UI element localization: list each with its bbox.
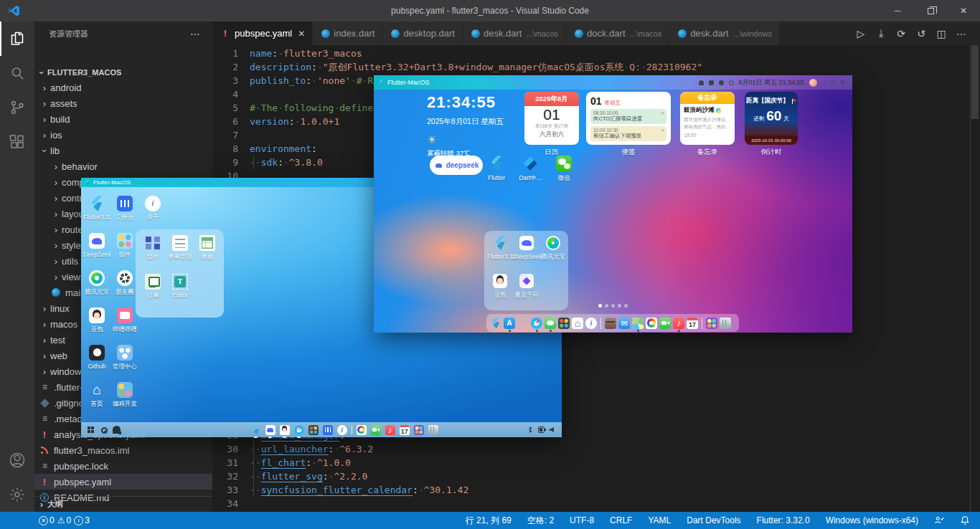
tree-item-lib[interactable]: ›lib (34, 143, 212, 158)
form-icon[interactable] (172, 235, 188, 251)
taskbar-app-info[interactable] (337, 425, 347, 435)
taskbar-search-dark-icon[interactable] (100, 426, 108, 434)
dock-app-home[interactable] (572, 318, 583, 329)
app-icon-wechat[interactable]: 微信 (548, 156, 580, 183)
folder-app-table[interactable]: 表格 (194, 235, 220, 262)
dock-app-mail[interactable] (618, 318, 630, 329)
calendar-widget[interactable]: 2025年8月 01 第186天 第27周 六月初六 (524, 92, 579, 145)
folder-mini-icon[interactable] (117, 233, 133, 249)
mail-icon[interactable] (618, 318, 630, 329)
run-button[interactable]: ▷ (851, 28, 871, 39)
activity-search[interactable] (0, 56, 34, 90)
dock-app-wallet[interactable] (605, 318, 616, 329)
editor-scrollbar[interactable] (970, 45, 980, 512)
info-icon[interactable] (337, 425, 347, 435)
pin-icon[interactable] (719, 80, 724, 85)
taskbar-chat-dark-icon[interactable] (113, 426, 121, 434)
tree-item-flutter3-macos-iml[interactable]: flutter3_macos.iml (34, 442, 212, 458)
about-icon[interactable] (145, 196, 161, 211)
dock-app-facetime[interactable] (659, 318, 671, 329)
desktop-icon-dev-folder[interactable]: 编程开发 (111, 382, 138, 409)
page-dot[interactable] (611, 304, 615, 308)
table-icon[interactable] (199, 235, 215, 251)
close-icon[interactable]: ✕ (298, 29, 305, 39)
tree-item-behavior[interactable]: ›behavior (34, 158, 212, 174)
photos-icon[interactable] (357, 425, 367, 435)
tab-dock-dart[interactable]: dock.dart...\macos (566, 22, 669, 45)
taskbar-app-photos[interactable] (357, 425, 367, 435)
close-button[interactable]: ✕ (947, 0, 980, 22)
sidebar-more-button[interactable]: ⋯ (190, 28, 201, 39)
status-item-0[interactable]: 行 21, 列 69 (466, 515, 512, 527)
avatar[interactable] (809, 79, 817, 87)
messages-icon[interactable] (545, 318, 556, 329)
appstore-icon[interactable] (504, 318, 515, 329)
taskbar-app-flutter[interactable] (251, 425, 261, 435)
safari-icon[interactable] (531, 318, 542, 329)
photos-icon[interactable] (646, 318, 657, 329)
taskbar-app-trash[interactable] (428, 425, 438, 435)
activity-source-control[interactable] (0, 90, 34, 125)
comp-icon[interactable] (145, 235, 161, 251)
bilibili-icon[interactable] (117, 308, 133, 323)
github-icon[interactable] (89, 345, 105, 361)
home-icon[interactable] (572, 318, 583, 329)
trash-icon[interactable] (720, 318, 731, 329)
activity-account[interactable] (0, 443, 34, 477)
folder-app-editor[interactable]: Editor (167, 274, 193, 299)
moments-icon[interactable] (117, 270, 133, 286)
deepseek-launcher[interactable]: deepseek (430, 156, 483, 175)
problems-warning[interactable]: ⚠0 (57, 515, 71, 525)
folder-app-comp[interactable]: 组件 (140, 235, 166, 262)
dock-app-info[interactable] (585, 318, 597, 329)
app-brand[interactable]: Flutter-MacOS (374, 75, 642, 90)
activity-settings[interactable] (0, 477, 34, 512)
dev-folder-icon[interactable] (117, 382, 133, 398)
app-icon-flutter[interactable]: Flutter (481, 156, 512, 181)
folder-app-qwen[interactable]: 通义千问 (514, 274, 540, 300)
tab-desktop-dart[interactable]: desktop.dart (382, 22, 463, 45)
taskbar-app-devgrid[interactable] (308, 425, 319, 435)
taskbar-start-icon[interactable] (87, 426, 95, 434)
desktop-icon-flutter[interactable]: Flutter3.32 (83, 196, 110, 221)
status-item-1[interactable]: 空格: 2 (527, 515, 554, 527)
folder-app-form[interactable]: 表单管理 (167, 235, 193, 262)
activity-extensions[interactable] (0, 125, 34, 159)
desktop-icon-yuanbao[interactable]: 腾讯元宝 (83, 270, 110, 297)
settings-icon[interactable] (729, 80, 734, 85)
folder-app-deepseek[interactable]: DeepSeek (514, 236, 540, 260)
deepseek-icon[interactable] (89, 233, 105, 249)
tree-item-pubspec-yaml[interactable]: !pubspec.yaml (34, 474, 212, 490)
tab-pubspec-yaml[interactable]: !pubspec.yaml✕ (212, 22, 313, 45)
taskbar-bt-icon[interactable] (527, 426, 533, 433)
timeline-button[interactable]: ↺ (911, 28, 931, 39)
taskbar-app-calendar[interactable]: 17 (400, 425, 410, 435)
doubao-icon[interactable] (89, 308, 105, 323)
workbench-icon[interactable] (117, 196, 133, 211)
safari-icon[interactable] (294, 425, 304, 435)
wechat-icon[interactable] (556, 156, 572, 171)
dock-app-photos[interactable] (646, 318, 657, 329)
wallet-icon[interactable] (605, 318, 616, 329)
more-actions-button[interactable]: ⋯ (951, 28, 971, 39)
note-item[interactable]: 10:00-10:30✕和张工确认下期预算 (590, 126, 666, 141)
dock-app-widgets[interactable] (517, 318, 529, 329)
homewhite-icon[interactable] (89, 382, 105, 398)
facetime-icon[interactable] (659, 318, 671, 329)
widgets-icon[interactable] (517, 318, 529, 329)
taskbar-app-safari[interactable] (294, 425, 304, 435)
taskbar-batt-icon[interactable] (538, 426, 545, 433)
note-item[interactable]: 08:30-10:00✕向CTO汇报项目进度 (590, 109, 666, 124)
page-dot[interactable] (605, 304, 608, 308)
problems-error[interactable]: ✕0 (39, 515, 55, 525)
yuanbao-icon[interactable] (546, 236, 560, 250)
countdown-widget[interactable]: 距离【国庆节】 还剩60天 2025-10-01 00:00:00 (745, 92, 798, 145)
trash-icon[interactable] (428, 425, 438, 435)
status-item-3[interactable]: CRLF (610, 515, 632, 525)
sync-button[interactable]: ⟳ (891, 28, 911, 39)
deepseek-icon[interactable] (265, 425, 275, 435)
dartapp-icon[interactable] (522, 156, 538, 171)
project-root[interactable]: › FLUTTER3_MACOS (34, 65, 212, 80)
tree-item-build[interactable]: ›build (34, 111, 212, 127)
admin-icon[interactable] (117, 345, 133, 361)
